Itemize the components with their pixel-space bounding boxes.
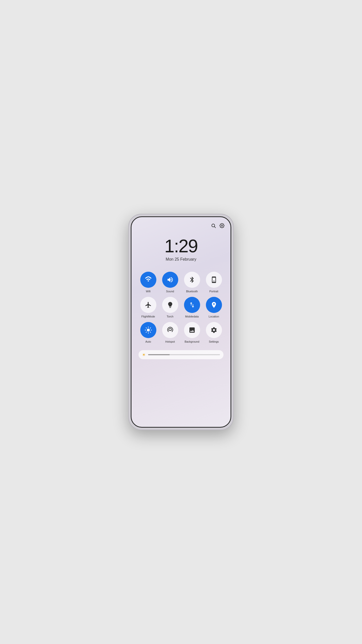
sound-icon-wrap (162, 272, 178, 288)
qs-mobiledata[interactable]: Mobiledata (182, 297, 202, 318)
gear-icon[interactable] (219, 223, 224, 229)
settings-icon-wrap (206, 322, 222, 338)
brightness-fill (148, 354, 170, 355)
mobiledata-icon-wrap (184, 297, 200, 313)
clock-date: Mon 25 February (166, 257, 196, 262)
hotspot-label: Hotspot (165, 340, 175, 343)
qs-bluetooth[interactable]: Bluetooth (182, 272, 202, 293)
wifi-icon-wrap (140, 272, 156, 288)
lock-screen: 1:29 Mon 25 February Wifi (131, 217, 231, 427)
qs-wifi[interactable]: Wifi (139, 272, 158, 293)
auto-label: Auto (145, 340, 151, 343)
svg-point-3 (147, 329, 150, 332)
search-icon[interactable] (211, 223, 216, 229)
clock-time: 1:29 (164, 237, 198, 255)
qs-portrait[interactable]: Portrait (204, 272, 223, 293)
top-bar (137, 221, 225, 229)
phone-screen: 1:29 Mon 25 February Wifi (131, 216, 231, 428)
svg-line-1 (214, 227, 216, 228)
brightness-track[interactable] (148, 354, 220, 355)
brightness-control[interactable]: ☀ (137, 350, 225, 359)
wifi-label: Wifi (146, 290, 150, 293)
brightness-bar[interactable]: ☀ (139, 350, 223, 359)
background-icon-wrap (184, 322, 200, 338)
location-icon-wrap (206, 297, 222, 313)
qs-flightmode[interactable]: FlightMode (139, 297, 158, 318)
qs-settings[interactable]: Settings (204, 322, 223, 343)
location-label: Location (209, 315, 219, 318)
qs-sound[interactable]: Sound (160, 272, 180, 293)
qs-torch[interactable]: Torch (160, 297, 180, 318)
qs-auto[interactable]: Auto (139, 322, 158, 343)
qs-background[interactable]: Background (182, 322, 202, 343)
svg-point-2 (221, 225, 223, 226)
bluetooth-label: Bluetooth (186, 290, 198, 293)
torch-label: Torch (167, 315, 173, 318)
quick-settings-grid: Wifi Sound (137, 272, 225, 343)
flightmode-icon-wrap (140, 297, 156, 313)
bluetooth-icon-wrap (184, 272, 200, 288)
mobiledata-label: Mobiledata (185, 315, 199, 318)
phone-device: 1:29 Mon 25 February Wifi (128, 214, 234, 430)
auto-icon-wrap (140, 322, 156, 338)
qs-location[interactable]: Location (204, 297, 223, 318)
background-label: Background (185, 340, 199, 343)
qs-hotspot[interactable]: Hotspot (160, 322, 180, 343)
portrait-label: Portrait (209, 290, 218, 293)
flightmode-label: FlightMode (141, 315, 155, 318)
brightness-icon: ☀ (142, 352, 146, 357)
settings-label: Settings (209, 340, 219, 343)
sound-label: Sound (166, 290, 174, 293)
torch-icon-wrap (162, 297, 178, 313)
hotspot-icon-wrap (162, 322, 178, 338)
clock-area: 1:29 Mon 25 February (137, 237, 225, 262)
portrait-icon-wrap (206, 272, 222, 288)
